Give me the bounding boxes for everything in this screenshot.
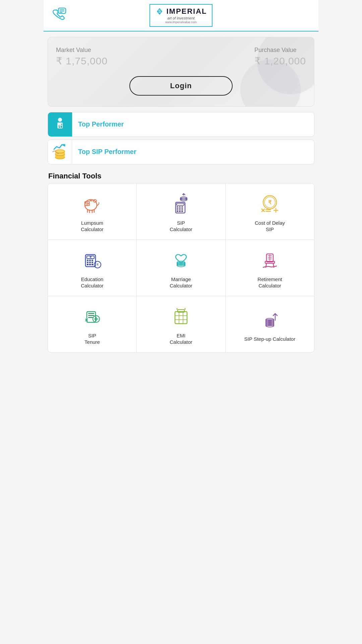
logo-subtitle: art of investment [167,16,194,20]
svg-rect-30 [181,206,183,208]
lumpsum-calculator-icon [80,192,104,216]
svg-text:S: S [158,9,161,14]
login-button-wrap: Login [56,76,306,96]
logo-url: www.imperialvalue.com [165,20,197,24]
svg-text:₹: ₹ [89,256,92,259]
market-value-amount: ₹ 1,75,000 [56,55,108,67]
svg-rect-54 [92,260,93,261]
svg-rect-36 [181,210,183,212]
svg-text:₹: ₹ [268,200,272,205]
svg-text:₹: ₹ [97,263,99,267]
marriage-calculator-label: MarriageCalculator [170,276,192,289]
retirement-calculator-icon [258,248,282,272]
svg-rect-28 [177,206,178,208]
svg-rect-58 [87,264,88,265]
sip-calculator-cell[interactable]: SIPCalculator [137,183,226,239]
sip-stepup-calculator-label: SIP Step-up Calculator [244,336,295,342]
purchase-value-label: Purchase Value [254,47,306,54]
svg-rect-81 [88,317,93,318]
app-logo: S IMPERIAL art of investment www.imperia… [67,4,295,27]
contact-button[interactable] [50,7,67,24]
education-calculator-cell[interactable]: ₹ ₹ EducationCalculator [48,240,137,296]
top-sip-performer-icon-box [48,140,72,164]
svg-rect-16 [89,200,92,201]
cost-of-delay-sip-label: Cost of DelaySIP [255,220,285,233]
logo-title: IMPERIAL [166,7,207,16]
cost-of-delay-sip-icon: ₹ [258,192,282,216]
emi-calculator-label: EMICalculator [170,332,192,345]
svg-rect-32 [179,208,181,210]
lumpsum-calculator-label: LumpsumCalculator [81,220,104,233]
top-sip-performer-label: Top SIP Performer [72,148,136,156]
education-calculator-label: EducationCalculator [81,276,104,289]
tools-row-1: LumpsumCalculator [48,183,314,240]
emi-calculator-cell[interactable]: EMICalculator [137,296,226,352]
svg-rect-31 [177,208,178,210]
market-value-label: Market Value [56,47,108,54]
financial-tools-title: Financial Tools [44,167,318,183]
svg-rect-57 [92,262,93,263]
top-performer-card[interactable]: Top Performer [48,112,314,137]
sip-stepup-calculator-icon [258,308,282,332]
svg-rect-34 [177,210,178,212]
emi-calculator-icon [169,304,193,328]
purchase-value-col: Purchase Value ₹ 1,20,000 [254,47,306,67]
top-performer-icon-box [48,112,72,137]
financial-tools-grid: LumpsumCalculator [48,183,314,353]
top-performer-label: Top Performer [72,120,124,128]
retirement-calculator-label: RetirementCalculator [257,276,282,289]
sip-calculator-icon [169,192,193,216]
header-left [50,7,67,24]
svg-rect-60 [92,264,93,265]
svg-rect-87 [175,312,187,324]
app-header: S IMPERIAL art of investment www.imperia… [44,0,318,32]
top-sip-performer-card[interactable]: Top SIP Performer [48,140,314,164]
sip-stepup-calculator-cell[interactable]: SIP Step-up Calculator [226,296,314,352]
svg-rect-35 [179,210,181,212]
market-value-card: Market Value ₹ 1,75,000 Purchase Value ₹… [48,37,314,107]
svg-rect-79 [88,313,94,314]
svg-rect-55 [87,262,88,263]
sip-tenure-cell[interactable]: SIPTenure [48,296,137,352]
svg-rect-29 [179,206,181,208]
svg-point-5 [58,118,62,122]
tools-row-3: SIPTenure EMICalculator [48,296,314,352]
svg-rect-27 [177,203,184,205]
svg-rect-53 [89,260,91,261]
sip-calculator-label: SIPCalculator [170,220,192,233]
marriage-calculator-icon [169,248,193,272]
marriage-calculator-cell[interactable]: MarriageCalculator [137,240,226,296]
market-value-col: Market Value ₹ 1,75,000 [56,47,108,67]
education-calculator-icon: ₹ ₹ [80,248,104,272]
svg-rect-33 [181,208,183,210]
lumpsum-calculator-cell[interactable]: LumpsumCalculator [48,183,137,239]
market-values-row: Market Value ₹ 1,75,000 Purchase Value ₹… [56,47,306,67]
svg-rect-52 [87,260,88,261]
purchase-value-amount: ₹ 1,20,000 [254,55,306,67]
svg-rect-80 [88,315,94,316]
svg-rect-59 [89,264,91,265]
sip-tenure-icon [80,304,104,328]
tools-row-2: ₹ ₹ EducationCalculator [48,240,314,296]
sip-tenure-label: SIPTenure [84,332,100,345]
svg-rect-56 [89,262,91,263]
cost-of-delay-sip-cell[interactable]: ₹ Cost of DelaySIP [226,183,314,239]
login-button[interactable]: Login [129,76,233,96]
retirement-calculator-cell[interactable]: RetirementCalculator [226,240,314,296]
